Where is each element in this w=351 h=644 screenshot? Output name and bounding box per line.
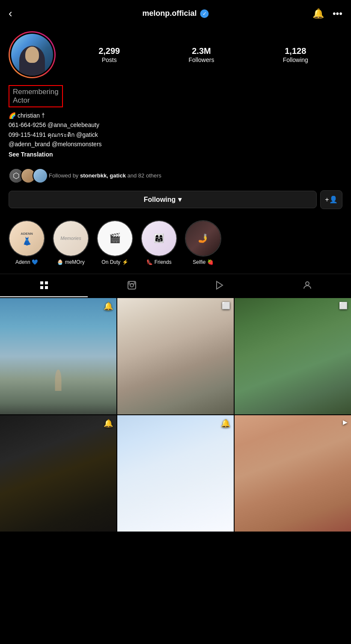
bio-extra-4: @adenn_brand @melonsmonsters — [9, 139, 342, 149]
follower-avatar-3 — [33, 168, 48, 183]
grid-photo-2 — [117, 298, 234, 414]
grid-photo-5 — [117, 415, 234, 532]
highlight-circle-memory: Memories — [53, 220, 89, 257]
grid-item-6[interactable]: ▶ — [235, 415, 351, 532]
back-button[interactable]: ‹ — [9, 7, 12, 20]
avatar-ring — [9, 31, 56, 78]
notification-overlay-1: 🔔 — [104, 301, 113, 311]
highlight-circle-selfie: 🤳 — [185, 220, 221, 257]
tab-reels[interactable] — [88, 274, 176, 297]
highlight-selfie[interactable]: 🤳 Selfie 🍓 — [185, 220, 221, 265]
grid-photo-1 — [0, 298, 116, 414]
multi-overlay-2: ⬜ — [222, 301, 230, 310]
svg-point-7 — [134, 282, 135, 283]
bio-section: Remembering Actor 🌈 christian † 061-664-… — [0, 85, 351, 163]
svg-point-6 — [128, 282, 130, 283]
notification-overlay-4: 🔔 — [104, 419, 113, 428]
following-label: Following — [283, 56, 308, 63]
grid-item-1[interactable]: 🔔 — [0, 298, 116, 414]
followed-by-text: Followed by stonerbkk, gatick and 82 oth… — [49, 172, 161, 179]
header-actions: 🔔 ••• — [312, 8, 342, 19]
followed-by: ⬡ Followed by stonerbkk, gatick and 82 o… — [0, 163, 351, 189]
tagged-icon — [302, 280, 312, 290]
svg-rect-3 — [45, 286, 48, 289]
bio-extra: 🌈 christian † 061-664-9256 @anna_celebea… — [9, 111, 342, 149]
video-overlay-6: ▶ — [343, 419, 348, 425]
add-friend-icon: + — [325, 196, 329, 204]
svg-rect-0 — [40, 281, 43, 284]
following-chevron-icon: ▾ — [178, 195, 181, 204]
tab-bar — [0, 274, 351, 297]
highlight-friends[interactable]: 👩‍👩‍👧 👠 Friends — [141, 220, 177, 265]
profile-top: 2,299 Posts 2.3M Followers 1,128 Followi… — [9, 31, 342, 78]
add-friend-button[interactable]: + 👤 — [320, 190, 342, 209]
notification-overlay-5: 🔔 — [221, 419, 230, 428]
see-translation-button[interactable]: See Translation — [9, 151, 342, 158]
highlight-circle-adenn: ADENN 👗 — [9, 220, 45, 257]
followers-label: Followers — [189, 56, 214, 63]
bio-extra-2: 061-664-9256 @anna_celebeauty — [9, 120, 342, 130]
highlight-duty-label: On Duty ⚡ — [101, 259, 128, 265]
reels-icon — [127, 280, 137, 290]
highlight-circle-duty: 🎬 — [97, 220, 133, 257]
grid-item-3[interactable]: ⬜ — [235, 298, 351, 414]
photo-grid: 🔔 ⬜ ⬜ 🔔 🔔 ▶ — [0, 298, 351, 532]
highlight-friends-label: 👠 Friends — [146, 259, 171, 265]
follower-avatars: ⬡ — [9, 168, 45, 183]
posts-label: Posts — [102, 56, 117, 63]
grid-photo-3 — [235, 298, 351, 414]
following-button[interactable]: Following ▾ — [9, 191, 317, 208]
bio-extra-1: 🌈 christian † — [9, 111, 342, 120]
followers-count: 2.3M — [189, 46, 214, 56]
highlight-memory-label: 🧁 meMOry — [57, 259, 84, 265]
following-stat[interactable]: 1,128 Following — [283, 46, 308, 64]
highlight-selfie-label: Selfie 🍓 — [193, 259, 213, 265]
posts-count: 2,299 — [98, 46, 120, 56]
adenn-content: ADENN 👗 — [9, 221, 44, 256]
grid-icon — [39, 280, 49, 290]
stats-row: 2,299 Posts 2.3M Followers 1,128 Followi… — [64, 46, 342, 64]
svg-rect-2 — [40, 286, 43, 289]
memory-content: Memories — [54, 221, 88, 256]
tab-grid[interactable] — [0, 274, 88, 297]
video-icon — [214, 280, 225, 290]
verified-badge: ✓ — [200, 9, 209, 18]
duty-content: 🎬 — [98, 221, 132, 256]
bio-name-line2: Actor — [13, 96, 59, 105]
profile-username: melonp.official — [142, 9, 196, 18]
followers-stat[interactable]: 2.3M Followers — [189, 46, 214, 64]
posts-stat[interactable]: 2,299 Posts — [98, 46, 120, 64]
multi-overlay-3: ⬜ — [339, 301, 348, 310]
tab-tagged[interactable] — [263, 274, 351, 297]
story-highlights: ADENN 👗 Adenn 💙 Memories 🧁 meMOry 🎬 On D… — [0, 216, 351, 274]
grid-photo-6 — [235, 415, 351, 532]
highlight-memory[interactable]: Memories 🧁 meMOry — [53, 220, 89, 265]
page-header: ‹ melonp.official ✓ 🔔 ••• — [0, 0, 351, 27]
tab-video[interactable] — [176, 274, 263, 297]
highlight-adenn[interactable]: ADENN 👗 Adenn 💙 — [9, 220, 45, 265]
person-icon: 👤 — [329, 195, 338, 204]
grid-item-2[interactable]: ⬜ — [117, 298, 234, 414]
svg-rect-1 — [45, 281, 48, 284]
action-buttons: Following ▾ + 👤 — [0, 189, 351, 216]
highlight-circle-friends: 👩‍👩‍👧 — [141, 220, 177, 257]
more-options-icon[interactable]: ••• — [333, 8, 342, 19]
avatar — [11, 34, 53, 76]
friends-content: 👩‍👩‍👧 — [142, 221, 176, 256]
header-center: melonp.official ✓ — [142, 9, 208, 18]
grid-item-5[interactable]: 🔔 — [117, 415, 234, 532]
notification-icon[interactable]: 🔔 — [312, 8, 324, 19]
avatar-container[interactable] — [9, 31, 56, 78]
selfie-content: 🤳 — [186, 221, 220, 256]
following-button-label: Following — [144, 196, 176, 204]
bio-name-box: Remembering Actor — [9, 85, 63, 107]
highlight-duty[interactable]: 🎬 On Duty ⚡ — [97, 220, 133, 265]
svg-point-10 — [306, 282, 309, 285]
avatar-inner — [10, 32, 54, 77]
following-count: 1,128 — [283, 46, 308, 56]
grid-item-4[interactable]: 🔔 — [0, 415, 116, 532]
svg-marker-9 — [217, 281, 223, 289]
grid-photo-4 — [0, 415, 116, 532]
bio-name-line1: Remembering — [13, 88, 59, 96]
followed-by-names[interactable]: stonerbkk, gatick — [80, 172, 126, 179]
